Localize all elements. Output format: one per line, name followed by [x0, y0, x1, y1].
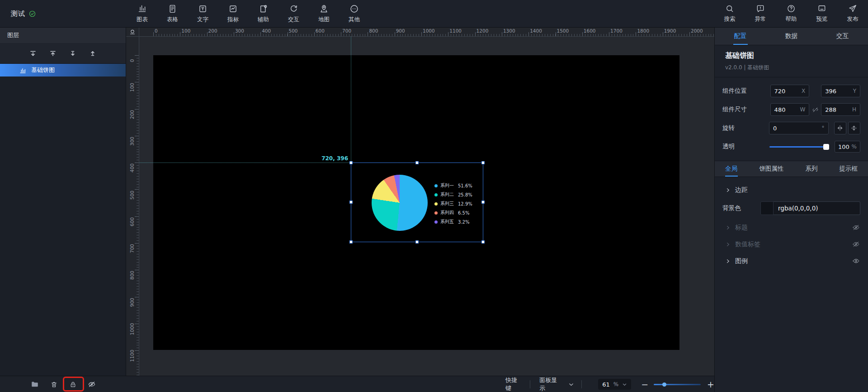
opacity-value-input[interactable]: 100 % — [835, 141, 860, 153]
move-up-icon[interactable] — [89, 49, 97, 57]
resize-handle-e[interactable] — [481, 201, 485, 204]
legend-item: 系列四6.5% — [434, 208, 472, 217]
flip-horizontal-button[interactable] — [834, 122, 846, 134]
bottom-right-controls: 快捷键 面板显示 61 % − + — [502, 376, 714, 392]
project-title-area[interactable]: 测试 — [11, 0, 36, 27]
subtab-tooltip[interactable]: 提示框 — [839, 161, 858, 177]
exception-button[interactable]: 异常 — [748, 0, 773, 27]
component-version: v2.0.0 | 基础饼图 — [725, 64, 858, 72]
shortcuts-button[interactable]: 快捷键 — [505, 376, 523, 392]
inspector-tabs: 配置 数据 交互 — [715, 28, 868, 45]
opacity-slider[interactable] — [769, 140, 829, 153]
horizontal-guide-line — [139, 163, 351, 163]
subtab-series[interactable]: 系列 — [805, 161, 817, 177]
zoom-slider-thumb[interactable] — [662, 382, 666, 387]
subtab-global[interactable]: 全局 — [725, 161, 737, 177]
resize-handle-s[interactable] — [415, 240, 419, 244]
chevron-right-icon — [725, 187, 731, 193]
h-ruler-label: 800 — [369, 28, 378, 33]
position-x-input[interactable]: 720 X — [770, 85, 810, 97]
section-margin[interactable]: 边距 — [715, 182, 868, 198]
flip-vertical-button[interactable] — [848, 122, 860, 134]
legend-value: 25.8% — [458, 192, 472, 197]
size-height-input[interactable]: 288 H — [821, 103, 860, 116]
global-sections: 边距 背景色 标题 数值标签 图例 — [715, 177, 868, 274]
legend-dot — [434, 202, 438, 206]
send-to-bottom-icon[interactable] — [29, 49, 37, 57]
preview-button[interactable]: 预览 — [810, 0, 834, 27]
zoom-in-button[interactable]: + — [707, 380, 714, 389]
resize-handle-w[interactable] — [349, 201, 353, 204]
toolbar-item-tables[interactable]: 表格 — [157, 0, 188, 27]
zoom-level-dropdown[interactable]: 61 % — [598, 379, 631, 390]
publish-button[interactable]: 发布 — [840, 0, 865, 27]
resize-handle-nw[interactable] — [349, 161, 353, 164]
section-value-label[interactable]: 数值标签 — [715, 236, 868, 253]
layer-item-basic-pie[interactable]: 基础饼图 — [0, 64, 126, 76]
toolbar-item-charts[interactable]: 图表 — [127, 0, 157, 27]
ruler-toggle-button[interactable] — [126, 28, 139, 37]
panel-display-button[interactable]: 面板显示 — [539, 376, 562, 392]
resize-handle-n[interactable] — [415, 161, 419, 164]
size-width-input[interactable]: 480 W — [770, 103, 810, 116]
divider — [530, 380, 530, 388]
inspector-panel: 配置 数据 交互 基础饼图 v2.0.0 | 基础饼图 组件位置 720 X 3… — [714, 28, 868, 392]
position-label: 组件位置 — [722, 87, 770, 95]
eye-off-icon[interactable] — [852, 240, 860, 248]
toolbar-item-map[interactable]: 地图 — [309, 0, 339, 27]
toolbar-item-more[interactable]: 其他 — [339, 0, 369, 27]
publish-icon — [848, 4, 857, 13]
v-ruler-label: 1100 — [129, 349, 135, 362]
legend-name: 系列三 — [440, 201, 454, 207]
v-ruler-label: 900 — [129, 296, 135, 309]
resize-handle-sw[interactable] — [349, 240, 353, 244]
layer-order-toolbar — [0, 43, 126, 64]
h-ruler-label: 700 — [342, 28, 351, 33]
component-toolbar: 图表 表格 文字 指标 辅助 交互 地图 其他 — [127, 0, 369, 27]
tab-data[interactable]: 数据 — [766, 28, 817, 45]
component-properties: 组件位置 720 X 396 Y 组件尺寸 480 W 288 H 旋转 — [715, 77, 868, 161]
canvas-region: 0100200300400500600700800900100011001200… — [126, 28, 714, 376]
h-ruler-label: 1500 — [557, 28, 569, 33]
folder-icon[interactable] — [31, 380, 39, 388]
opacity-slider-thumb[interactable] — [823, 144, 829, 150]
position-y-input[interactable]: 396 Y — [821, 85, 860, 97]
rotation-input[interactable]: 0 ° — [769, 122, 829, 134]
subtab-pie-props[interactable]: 饼图属性 — [759, 161, 783, 177]
help-button[interactable]: 帮助 — [779, 0, 803, 27]
toolbar-item-assist[interactable]: 辅助 — [248, 0, 278, 27]
zoom-out-button[interactable]: − — [641, 380, 648, 389]
pie-chart-component[interactable]: 系列一51.6%系列二25.8%系列三12.9%系列四6.5%系列五3.2% — [351, 163, 483, 242]
toolbar-item-indicator[interactable]: 指标 — [218, 0, 248, 27]
resize-handle-se[interactable] — [481, 240, 485, 244]
lock-icon[interactable] — [69, 380, 77, 388]
tab-interaction[interactable]: 交互 — [817, 28, 868, 45]
resize-handle-ne[interactable] — [481, 161, 485, 164]
interact-icon — [289, 4, 298, 14]
search-button[interactable]: 搜索 — [717, 0, 742, 27]
zoom-slider[interactable] — [654, 382, 701, 387]
color-swatch[interactable] — [760, 201, 774, 215]
bring-to-top-icon[interactable] — [49, 49, 57, 57]
eye-off-icon[interactable] — [852, 224, 860, 231]
move-down-icon[interactable] — [69, 49, 77, 57]
chevron-right-icon — [725, 242, 731, 247]
legend-value: 51.6% — [458, 183, 472, 188]
h-ruler-label: 900 — [396, 28, 405, 33]
h-ruler-label: 0 — [155, 28, 158, 33]
toolbar-item-interact[interactable]: 交互 — [278, 0, 309, 27]
eye-icon[interactable] — [852, 257, 860, 265]
section-legend[interactable]: 图例 — [715, 253, 868, 269]
toolbar-item-text[interactable]: 文字 — [188, 0, 218, 27]
background-color-input[interactable] — [774, 201, 860, 215]
preview-icon — [817, 4, 826, 13]
tab-config[interactable]: 配置 — [715, 28, 766, 45]
hide-icon[interactable] — [88, 380, 96, 388]
layers-sidebar: 图层 基础饼图 — [0, 28, 126, 376]
unlink-icon[interactable] — [809, 106, 821, 114]
chevron-down-icon[interactable] — [568, 382, 574, 387]
trash-icon[interactable] — [50, 380, 58, 388]
v-ruler-label: 600 — [129, 215, 135, 228]
section-title[interactable]: 标题 — [715, 219, 868, 236]
opacity-label: 透明 — [722, 143, 769, 151]
